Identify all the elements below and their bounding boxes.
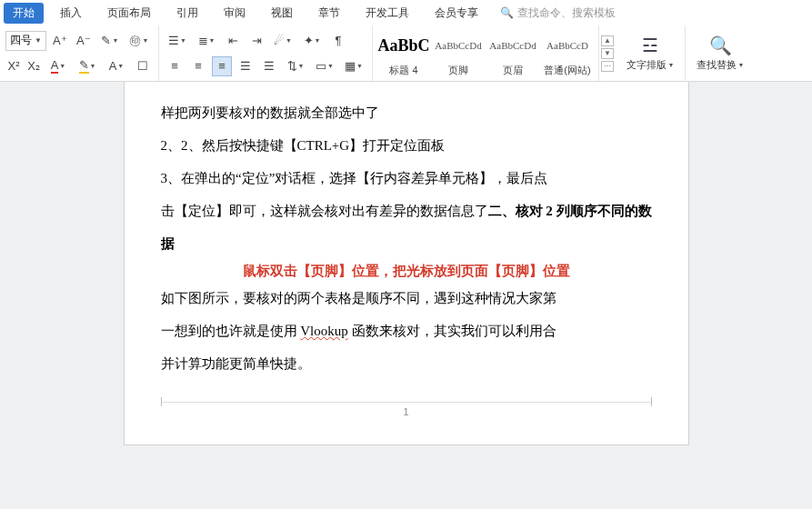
find-replace-group: 🔍 查找替换▼	[686, 25, 755, 81]
page-number: 1	[161, 402, 652, 417]
tab-insert[interactable]: 插入	[51, 3, 91, 24]
text-layout-icon: ☲	[642, 35, 658, 56]
spell-squiggle: Vlookup	[300, 324, 348, 338]
increase-indent-button[interactable]: ⇥	[246, 31, 266, 51]
style-label: 普通(网站)	[540, 64, 595, 77]
search-placeholder: 查找命令、搜索模板	[517, 5, 616, 21]
line-spacing-button[interactable]: ⇅▼	[283, 56, 308, 76]
clear-format-button[interactable]: ✎▼	[97, 31, 123, 51]
style-footer[interactable]: AaBbCcDd	[431, 27, 486, 64]
body-line: 并计算功能更简单快捷。	[161, 347, 652, 380]
style-header[interactable]: AaBbCcDd	[486, 27, 540, 64]
tab-dev-tools[interactable]: 开发工具	[356, 3, 418, 24]
grow-font-button[interactable]: A⁺	[50, 31, 70, 51]
style-label: 页脚	[431, 64, 486, 77]
bullets-button[interactable]: ☰▼	[165, 31, 190, 51]
text-layout-button[interactable]: ☲ 文字排版▼	[621, 35, 679, 72]
styles-nav: ▲ ▼ ⋯	[599, 25, 616, 81]
hint-line: 鼠标双击【页脚】位置，把光标放到页面【页脚】位置	[161, 260, 652, 282]
body-line: 如下图所示，要核对的两个表格是顺序不同，遇到这种情况大家第	[161, 282, 652, 314]
body-line: 一想到的也许就是使用 Vlookup 函数来核对，其实我们可以利用合	[161, 314, 652, 347]
tab-sections[interactable]: 章节	[309, 3, 349, 24]
page[interactable]: 样把两列要核对的数据就全部选中了 2、2、然后按快捷键【CTRL+G】打开定位面…	[125, 82, 688, 444]
align-right-button[interactable]: ≡	[212, 56, 232, 76]
style-label: 标题 4	[376, 64, 431, 77]
document-area[interactable]: 样把两列要核对的数据就全部选中了 2、2、然后按快捷键【CTRL+G】打开定位面…	[0, 82, 812, 509]
numbering-button[interactable]: ≣▼	[194, 31, 219, 51]
font-size-dropdown[interactable]: 四号 ▼	[5, 31, 46, 51]
find-replace-button[interactable]: 🔍 查找替换▼	[691, 35, 749, 72]
tab-member[interactable]: 会员专享	[426, 3, 487, 24]
body-line: 击【定位】即可，这样就会核对出有差异的数据信息了二、核对 2 列顺序不同的数据	[161, 195, 652, 260]
shading-button[interactable]: ▭▼	[312, 56, 337, 76]
align-justify-button[interactable]: ☰	[236, 56, 256, 76]
align-distribute-button[interactable]: ☰	[259, 56, 279, 76]
styles-scroll-down[interactable]: ▼	[601, 48, 614, 59]
borders-button[interactable]: ▦▼	[341, 56, 366, 76]
styles-expand[interactable]: ⋯	[601, 61, 614, 72]
align-left-button[interactable]: ≡	[165, 56, 185, 76]
menu-bar: 开始 插入 页面布局 引用 审阅 视图 章节 开发工具 会员专享 🔍 查找命令、…	[0, 0, 812, 25]
body-line: 样把两列要核对的数据就全部选中了	[161, 96, 652, 129]
decrease-indent-button[interactable]: ⇤	[223, 31, 243, 51]
ribbon: 四号 ▼ A⁺ A⁻ ✎▼ ㊞▼ X² X₂ A▼ ✎▼ A▼ ☐ ☰▼ ≣▼ …	[0, 25, 812, 82]
highlight-button[interactable]: ✎▼	[75, 56, 100, 76]
styles-gallery: AaBbC AaBbCcDd AaBbCcDd AaBbCcD 标题 4 页脚 …	[373, 25, 599, 81]
text-layout-group: ☲ 文字排版▼	[616, 25, 686, 81]
style-heading4[interactable]: AaBbC	[376, 27, 431, 64]
char-shading-button[interactable]: A▼	[104, 56, 129, 76]
tab-review[interactable]: 审阅	[215, 3, 255, 24]
tab-references[interactable]: 引用	[167, 3, 207, 24]
style-normal-web[interactable]: AaBbCcD	[540, 27, 595, 64]
char-border-button[interactable]: ☐	[133, 56, 153, 76]
tab-view[interactable]: 视图	[262, 3, 302, 24]
show-marks-button[interactable]: ¶	[328, 31, 348, 51]
align-center-button[interactable]: ≡	[188, 56, 208, 76]
styles-scroll-up[interactable]: ▲	[601, 35, 614, 46]
change-case-button[interactable]: ㊞▼	[126, 31, 152, 51]
font-color-button[interactable]: A▼	[45, 56, 71, 76]
tab-start[interactable]: 开始	[4, 3, 44, 24]
sort-button[interactable]: ✦▼	[299, 31, 325, 51]
tab-page-layout[interactable]: 页面布局	[98, 3, 160, 24]
text-direction-button[interactable]: ☄▼	[270, 31, 296, 51]
style-label: 页眉	[486, 64, 540, 77]
body-line: 2、2、然后按快捷键【CTRL+G】打开定位面板	[161, 129, 652, 162]
search-icon: 🔍	[500, 6, 514, 19]
shrink-font-button[interactable]: A⁻	[74, 31, 94, 51]
superscript-button[interactable]: X²	[5, 56, 22, 76]
paragraph-group: ☰▼ ≣▼ ⇤ ⇥ ☄▼ ✦▼ ¶ ≡ ≡ ≡ ☰ ☰ ⇅▼ ▭▼ ▦▼	[159, 25, 373, 81]
magnifier-icon: 🔍	[709, 35, 732, 56]
font-size-value: 四号	[10, 33, 32, 48]
body-line: 3、在弹出的“定位”对话框，选择【行内容差异单元格】，最后点	[161, 162, 652, 195]
chevron-down-icon: ▼	[35, 36, 42, 45]
font-group: 四号 ▼ A⁺ A⁻ ✎▼ ㊞▼ X² X₂ A▼ ✎▼ A▼ ☐	[0, 25, 159, 81]
subscript-button[interactable]: X₂	[25, 56, 42, 76]
command-search[interactable]: 🔍 查找命令、搜索模板	[500, 5, 616, 21]
